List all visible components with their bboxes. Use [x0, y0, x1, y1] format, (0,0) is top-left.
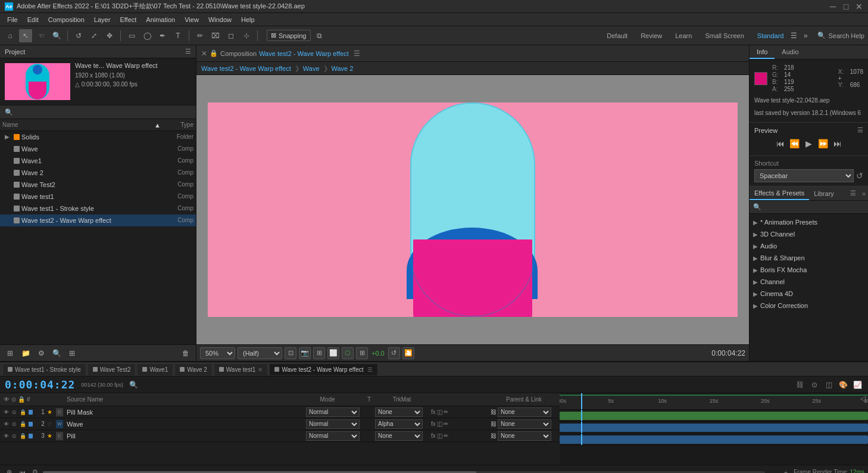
- layer-3-fx-icon[interactable]: fx: [431, 432, 436, 439]
- tl-motion-blur-icon[interactable]: ◫: [823, 379, 835, 391]
- fast-preview-button[interactable]: 🎦: [402, 347, 414, 359]
- maximize-button[interactable]: □: [842, 2, 850, 11]
- workspace-menu-icon[interactable]: ☰: [791, 32, 797, 40]
- tab-info[interactable]: Info: [750, 46, 775, 59]
- pan-tool[interactable]: ✥: [103, 29, 116, 42]
- layer-row-2[interactable]: 👁 ⊙ 🔒 2 ☆ W Wave Normal Alp: [0, 418, 560, 430]
- layer-3-solo-icon[interactable]: ⊙: [11, 432, 18, 440]
- pen-tool[interactable]: ✒: [156, 29, 169, 42]
- layer-3-trkmat-select[interactable]: None: [375, 431, 423, 441]
- timeline-ruler[interactable]: 0:00s 5s 10s 15s 20s 25s 30s: [560, 397, 868, 410]
- breadcrumb-wave[interactable]: Wave: [303, 65, 320, 72]
- comp-menu-icon[interactable]: ☰: [354, 49, 360, 58]
- effects-expand-icon[interactable]: »: [860, 190, 868, 197]
- workspace-standard[interactable]: Standard: [751, 31, 790, 41]
- layer-2-trkmat-select[interactable]: Alpha None: [375, 419, 423, 429]
- tab-library[interactable]: Library: [809, 188, 839, 200]
- layer-3-parent[interactable]: ⛓ None: [488, 431, 560, 441]
- effects-category-boris[interactable]: ▶ Boris FX Mocha: [750, 264, 868, 276]
- play-button[interactable]: ▶: [803, 138, 815, 150]
- layer-2-color[interactable]: [29, 422, 33, 427]
- project-item-stroke[interactable]: Wave test1 - Stroke style Comp: [0, 203, 196, 214]
- project-item-wavetest1[interactable]: Wave test1 Comp: [0, 191, 196, 203]
- select-tool[interactable]: ↖: [19, 29, 32, 42]
- new-folder-button[interactable]: 📁: [19, 347, 32, 360]
- show-alpha-button[interactable]: ⬜: [327, 347, 339, 359]
- minimize-button[interactable]: ─: [829, 2, 837, 11]
- shortcut-select[interactable]: Spacebar: [754, 169, 854, 182]
- layer-1-motion-icon[interactable]: ◫: [437, 409, 442, 415]
- tl-settings-button[interactable]: ⚙: [30, 467, 40, 474]
- rotate-tool[interactable]: ↺: [72, 29, 85, 42]
- mask-tool[interactable]: ▭: [125, 29, 138, 42]
- layer-2-solo-icon[interactable]: ⊙: [11, 420, 18, 428]
- layer-2-parent[interactable]: ⛓ None: [488, 419, 560, 429]
- layer-2-mode-select[interactable]: Normal: [306, 419, 360, 429]
- comp-lock-icon[interactable]: 🔒: [210, 49, 218, 57]
- preview-menu-icon[interactable]: ☰: [857, 126, 863, 134]
- hand-tool[interactable]: ☜: [35, 29, 48, 42]
- tab-audio[interactable]: Audio: [775, 46, 805, 59]
- menu-layer[interactable]: Layer: [89, 15, 115, 24]
- effects-category-blur[interactable]: ▶ Blur & Sharpen: [750, 252, 868, 264]
- layer-2-lock-icon[interactable]: 🔒: [19, 420, 26, 428]
- shortcut-reset-icon[interactable]: ↺: [856, 171, 863, 181]
- layer-1-trkmat-select[interactable]: None: [375, 407, 423, 417]
- layer-row-3[interactable]: 👁 ⊙ 🔒 3 ★ C Pill Normal Non: [0, 430, 560, 442]
- tl-tab-wavetest1-close[interactable]: ✕: [258, 366, 263, 373]
- project-item-wave2[interactable]: Wave 2 Comp: [0, 167, 196, 179]
- menu-composition[interactable]: Composition: [43, 15, 89, 24]
- tl-add-keyframe-button[interactable]: ⊕: [4, 467, 14, 474]
- title-bar-controls[interactable]: ─ □ ✕: [829, 2, 863, 11]
- project-item-wavewarp[interactable]: Wave test2 - Wave Warp effect Comp: [0, 214, 196, 226]
- effects-category-animation[interactable]: ▶ * Animation Presets: [750, 216, 868, 228]
- menu-file[interactable]: File: [2, 15, 23, 24]
- interpret-footage-button[interactable]: ⊞: [65, 347, 79, 360]
- clone-tool[interactable]: ⌧: [209, 29, 222, 42]
- layer-2-parent-select[interactable]: None: [498, 419, 551, 429]
- layer-3-mode-select[interactable]: Normal: [306, 431, 360, 441]
- tl-solo-icon[interactable]: ⊙: [808, 379, 820, 391]
- tl-collapse-icon[interactable]: ◁: [860, 394, 866, 403]
- tl-zoom-in-button[interactable]: +: [780, 467, 791, 474]
- home-button[interactable]: ⌂: [4, 29, 17, 42]
- tl-tab-stroke[interactable]: Wave test1 - Stroke style: [2, 363, 86, 375]
- workspace-small-screen[interactable]: Small Screen: [699, 31, 750, 41]
- show-snapshot-button[interactable]: ⊞: [313, 347, 325, 359]
- orbit-tool[interactable]: ⤢: [88, 29, 101, 42]
- search-project-button[interactable]: 🔍: [50, 347, 63, 360]
- reset-exposure-button[interactable]: ↺: [388, 347, 400, 359]
- layer-3-parent-select[interactable]: None: [498, 431, 551, 441]
- layer-3-trkmat[interactable]: None: [375, 431, 429, 441]
- breadcrumb-wave2[interactable]: Wave 2: [332, 65, 354, 72]
- layer-1-color[interactable]: [29, 410, 33, 415]
- effects-category-channel[interactable]: ▶ Channel: [750, 276, 868, 288]
- layer-1-star-icon[interactable]: ★: [47, 409, 52, 415]
- fit-to-comp-button[interactable]: ⊡: [285, 347, 296, 359]
- effects-category-colorcorrection[interactable]: ▶ Color Correction: [750, 300, 868, 312]
- menu-help[interactable]: Help: [236, 15, 260, 24]
- effects-menu-icon[interactable]: ☰: [847, 189, 860, 197]
- tl-zoom-out-button[interactable]: -: [767, 467, 778, 474]
- layer-2-mode[interactable]: Normal: [304, 419, 363, 429]
- project-search-input[interactable]: [15, 108, 191, 116]
- tl-paint-icon[interactable]: 🎨: [837, 379, 849, 391]
- project-item-wave[interactable]: Wave Comp: [0, 143, 196, 155]
- workspace-default[interactable]: Default: [601, 31, 633, 41]
- tl-tab-wavetest2[interactable]: Wave Test2: [88, 363, 136, 375]
- expand-workspaces-button[interactable]: »: [801, 31, 810, 41]
- layer-3-edit-icon[interactable]: ✏: [444, 432, 448, 439]
- menu-animation[interactable]: Animation: [141, 15, 180, 24]
- effects-category-3dchannel[interactable]: ▶ 3D Channel: [750, 228, 868, 240]
- menu-window[interactable]: Window: [204, 15, 236, 24]
- tl-search-button[interactable]: 🔍: [128, 379, 140, 391]
- layer-2-trkmat[interactable]: Alpha None: [375, 419, 429, 429]
- layer-1-lock-icon[interactable]: 🔒: [19, 408, 26, 416]
- tl-graph-icon[interactable]: 📈: [851, 379, 863, 391]
- comp-settings-button[interactable]: ⚙: [35, 347, 48, 360]
- skip-to-start-button[interactable]: ⏮: [775, 138, 786, 150]
- delete-button[interactable]: 🗑: [179, 347, 192, 360]
- layer-2-fx-icon[interactable]: fx: [431, 421, 436, 427]
- project-item-wave1[interactable]: Wave1 Comp: [0, 155, 196, 167]
- layer-row-1[interactable]: 👁 ⊙ 🔒 1 ★ C Pill Mask Normal: [0, 406, 560, 418]
